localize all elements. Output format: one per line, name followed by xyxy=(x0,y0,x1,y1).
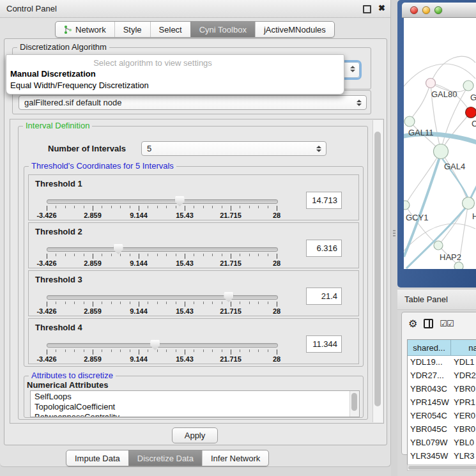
slider-scale-labels: -3.426 2.859 9.144 15.43 21.715 28 xyxy=(47,355,277,363)
node-gal80[interactable] xyxy=(426,79,436,88)
threshold-3-value-field[interactable]: 21.4 xyxy=(306,288,342,305)
column-header-name[interactable]: na xyxy=(451,340,476,356)
node-label-gal80: GAL80 xyxy=(431,89,457,99)
node-gal4[interactable] xyxy=(434,144,449,159)
threshold-1-value-field[interactable]: 14.713 xyxy=(306,192,342,209)
tab-discretize-data[interactable]: Discretize Data xyxy=(128,450,202,466)
node-gcy1[interactable] xyxy=(404,201,410,210)
column-header-shared-name[interactable]: shared... xyxy=(408,340,451,356)
table-row[interactable]: YER054CYER0 xyxy=(408,410,476,423)
tab-select[interactable]: Select xyxy=(150,22,190,37)
slider-thumb[interactable] xyxy=(150,340,160,350)
threshold-4-value-field[interactable]: 11.344 xyxy=(306,335,342,353)
threshold-coordinates-group: Threshold's Coordinates for 5 Intervals … xyxy=(24,166,364,367)
table-row[interactable]: YBR045CYBR0 xyxy=(408,423,476,436)
threshold-1-label: Threshold 1 xyxy=(35,179,82,188)
threshold-3-label: Threshold 3 xyxy=(35,275,82,284)
tab-network[interactable]: Network xyxy=(56,22,114,37)
dropdown-item-manual-discretization[interactable]: Manual Discretization xyxy=(10,69,96,79)
node-hap2[interactable] xyxy=(434,241,443,250)
node-label-partial: H xyxy=(472,211,476,221)
scrollbar-thumb[interactable] xyxy=(374,132,381,406)
table-horizontal-scrollbar[interactable] xyxy=(407,464,476,471)
checkbox-icons[interactable]: ☑☑ xyxy=(440,319,453,328)
network-window-titlebar[interactable] xyxy=(402,3,476,18)
table-row[interactable]: YBL079WYBL0 xyxy=(408,436,476,450)
zoom-traffic-light-icon[interactable] xyxy=(434,6,442,14)
number-of-intervals-value: 5 xyxy=(147,144,151,153)
cyni-main-panel: Discretization Algorithm Select algorith… xyxy=(4,38,387,445)
panel-divider[interactable] xyxy=(391,0,397,476)
threshold-2-value-field[interactable]: 6.316 xyxy=(306,240,342,257)
slider-scale-labels: -3.426 2.859 9.144 15.43 21.715 28 xyxy=(47,259,277,267)
table-data-combo[interactable]: galFiltered.sif default node xyxy=(19,95,367,110)
table-row[interactable]: YBR043CYBR0 xyxy=(408,383,476,396)
control-panel-titlebar: Control Panel ✖ xyxy=(0,0,390,18)
columns-icon[interactable] xyxy=(424,319,433,328)
list-item[interactable]: BetweennessCentrality xyxy=(31,411,359,417)
threshold-coordinates-title: Threshold's Coordinates for 5 Intervals xyxy=(29,161,176,171)
slider-ticks xyxy=(47,254,277,259)
network-canvas[interactable]: GAL80 GA C GAL11 GAL4 GCY1 H HAP2 xyxy=(404,18,476,269)
table-toolbar: ⚙ ☑☑ xyxy=(408,318,454,330)
number-of-intervals-combo[interactable]: 5 xyxy=(141,141,326,156)
threshold-2-panel: Threshold 2 -3.426 2.859 9.144 15.43 21.… xyxy=(28,222,359,268)
scrollbar-thumb[interactable] xyxy=(408,466,476,470)
network-icon xyxy=(64,25,72,35)
node-h[interactable] xyxy=(463,197,475,210)
close-icon[interactable]: ✖ xyxy=(378,3,385,13)
node-bottom[interactable] xyxy=(454,262,463,269)
gear-icon[interactable]: ⚙ xyxy=(408,318,417,330)
table-row[interactable]: YDL19...YDL1 xyxy=(408,356,476,369)
slider-ticks xyxy=(47,349,277,355)
combo-arrows-icon xyxy=(357,100,362,106)
tab-impute-data[interactable]: Impute Data xyxy=(66,450,128,466)
node-gal11[interactable] xyxy=(404,116,415,127)
threshold-4-label: Threshold 4 xyxy=(35,323,82,332)
node-red-selected[interactable] xyxy=(466,107,476,118)
node-top-right[interactable] xyxy=(463,81,473,91)
control-panel-title: Control Panel xyxy=(6,4,57,13)
table-panel-title: Table Panel xyxy=(404,295,448,304)
table-row[interactable]: YDR27...YDR2 xyxy=(408,369,476,383)
combo-arrows-icon xyxy=(316,146,321,152)
node-table: shared... na YDL19...YDL1 YDR27...YDR2 Y… xyxy=(407,339,476,471)
list-item[interactable]: TopologicalCoefficient xyxy=(31,401,359,411)
network-graph: GAL80 GA C GAL11 GAL4 GCY1 H HAP2 xyxy=(404,18,476,269)
dropdown-item-equal-width[interactable]: Equal Width/Frequency Discretization xyxy=(10,81,149,90)
settings-vertical-scrollbar[interactable] xyxy=(372,120,383,422)
node-label-partial: C xyxy=(472,119,476,128)
tab-style[interactable]: Style xyxy=(114,22,150,37)
node-label-gal4: GAL4 xyxy=(444,162,465,171)
slider-scale-labels: -3.426 2.859 9.144 15.43 21.715 28 xyxy=(47,307,277,315)
float-window-icon[interactable] xyxy=(363,5,371,13)
screen: Control Panel ✖ Network Style Select Cyn… xyxy=(0,0,476,476)
tab-cyni-toolbox[interactable]: Cyni Toolbox xyxy=(190,22,255,37)
dropdown-prompt-item[interactable]: Select algorithm to view settings xyxy=(6,58,299,68)
close-traffic-light-icon[interactable] xyxy=(410,6,418,14)
threshold-2-slider[interactable] xyxy=(47,247,278,252)
numerical-attributes-label: Numerical Attributes xyxy=(27,380,108,390)
threshold-3-slider[interactable] xyxy=(47,295,278,300)
numerical-attributes-list[interactable]: SelfLoops TopologicalCoefficient Between… xyxy=(30,390,360,417)
list-scrollbar[interactable] xyxy=(349,391,359,417)
table-row[interactable]: YPR145WYPR1 xyxy=(408,396,476,410)
slider-thumb[interactable] xyxy=(114,244,123,254)
apply-button[interactable]: Apply xyxy=(172,427,218,443)
slider-ticks xyxy=(47,302,277,307)
threshold-4-slider[interactable] xyxy=(47,343,278,348)
divider-grip-icon[interactable] xyxy=(393,230,395,236)
slider-thumb[interactable] xyxy=(175,196,185,206)
node-label-gcy1: GCY1 xyxy=(406,213,428,222)
node-label-hap2: HAP2 xyxy=(440,252,461,262)
table-row[interactable]: YLR345WYLR3 xyxy=(408,450,476,463)
slider-thumb[interactable] xyxy=(224,292,233,302)
minimize-traffic-light-icon[interactable] xyxy=(422,6,430,14)
settings-scroll-area: Interval Definition Number of Intervals … xyxy=(10,119,384,424)
tab-infer-network[interactable]: Infer Network xyxy=(202,450,268,466)
threshold-2-label: Threshold 2 xyxy=(35,227,82,236)
slider-ticks xyxy=(47,206,277,211)
list-item[interactable]: SelfLoops xyxy=(31,391,359,401)
tab-jactivemnodules[interactable]: jActiveMNodules xyxy=(255,22,334,37)
threshold-1-slider[interactable] xyxy=(47,199,278,204)
